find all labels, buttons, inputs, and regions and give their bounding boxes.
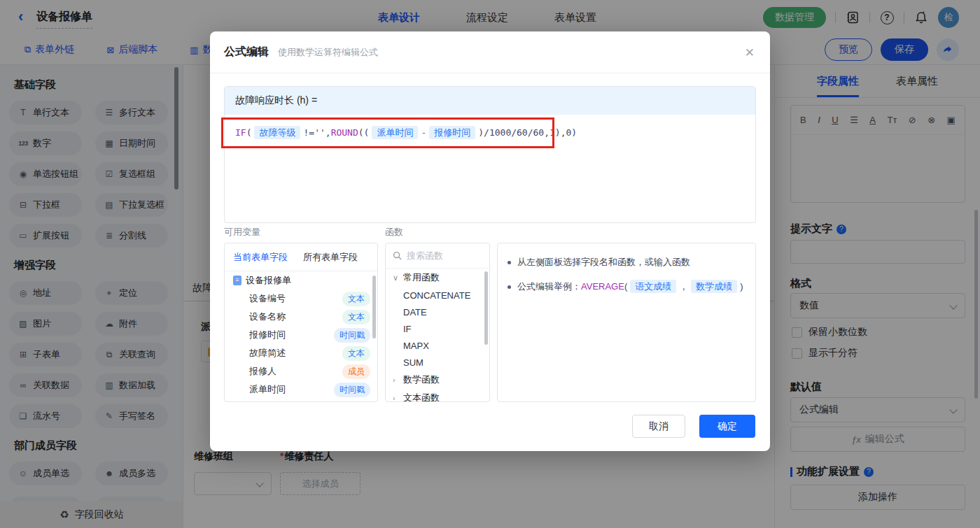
variables-scrollbar[interactable] xyxy=(372,276,376,338)
bullet-icon xyxy=(507,285,511,289)
formula-edit-modal: 公式编辑 使用数学运算符编辑公式 ✕ 故障响应时长 (h) = IF(故障等级!… xyxy=(210,31,770,451)
function-group-文本函数[interactable]: ›文本函数 xyxy=(386,389,489,402)
function-group-name: 数学函数 xyxy=(403,373,440,386)
variable-name: 派单时间 xyxy=(249,383,334,396)
variable-type-badge: 文本 xyxy=(342,346,370,361)
formula-token: )/1000/60/60,1),0) xyxy=(478,127,577,138)
variables-panel: 当前表单字段所有表单字段 ≡设备报修单设备编号文本设备名称文本报修时间时间戳故障… xyxy=(224,243,378,402)
help-example-function: AVERAGE xyxy=(581,281,624,292)
variable-name: 报修时间 xyxy=(249,329,334,341)
modal-subtitle: 使用数学运算符编辑公式 xyxy=(278,46,378,59)
variable-item[interactable]: 派单时间时间戳 xyxy=(225,380,377,399)
formula-help-panel: 从左侧面板选择字段名和函数，或输入函数 公式编辑举例：AVERAGE(语文成绩，… xyxy=(497,243,756,402)
variable-type-badge: 时间戳 xyxy=(334,328,370,343)
variables-tab-当前表单字段[interactable]: 当前表单字段 xyxy=(233,251,288,264)
help-example-paren: ( xyxy=(624,281,627,292)
function-search[interactable]: 搜索函数 xyxy=(386,243,489,269)
functions-label: 函数 xyxy=(385,226,403,238)
function-item-CONCATENATE[interactable]: CONCATENATE xyxy=(386,287,489,304)
chevron-right-icon: › xyxy=(393,394,399,402)
functions-list: ∨常用函数CONCATENATEDATEIFMAPXSUM›数学函数›文本函数 xyxy=(386,269,489,402)
variable-type-badge: 时间戳 xyxy=(334,383,370,397)
formula-token: (( xyxy=(358,127,370,138)
variable-item[interactable]: 报修时间时间戳 xyxy=(225,326,377,344)
functions-scrollbar[interactable] xyxy=(484,271,488,345)
confirm-button[interactable]: 确定 xyxy=(699,415,755,438)
function-group-name: 文本函数 xyxy=(403,392,440,402)
formula-expression[interactable]: IF(故障等级!='',ROUND((派单时间-报修时间)/1000/60/60… xyxy=(225,115,755,151)
formula-field-chip[interactable]: 报修时间 xyxy=(429,126,475,139)
function-group-name: 常用函数 xyxy=(403,271,440,284)
help-example-paren: ) xyxy=(740,281,743,292)
help-example-comma: ， xyxy=(679,281,688,292)
formula-field-chip[interactable]: 派单时间 xyxy=(372,126,418,139)
variable-name: 故障简述 xyxy=(249,347,342,359)
formula-token: IF xyxy=(235,127,246,138)
formula-field-chip[interactable]: 故障等级 xyxy=(254,126,300,139)
function-item-DATE[interactable]: DATE xyxy=(386,304,489,320)
variables-label: 可用变量 xyxy=(224,226,260,238)
variable-name: 设备名称 xyxy=(249,311,342,323)
variable-item[interactable]: 故障简述文本 xyxy=(225,344,377,362)
variable-item[interactable]: 设备名称文本 xyxy=(225,308,377,326)
help-example-prefix: 公式编辑举例： xyxy=(517,281,581,292)
function-item-IF[interactable]: IF xyxy=(386,320,489,337)
modal-title: 公式编辑 xyxy=(224,45,269,59)
variable-type-badge: 成员 xyxy=(342,364,370,379)
formula-target: 故障响应时长 (h) = xyxy=(225,87,755,115)
function-item-MAPX[interactable]: MAPX xyxy=(386,337,489,354)
help-field-chip[interactable]: 语文成绩 xyxy=(630,280,676,293)
variables-root-name: 设备报修单 xyxy=(246,274,370,287)
variable-item[interactable]: 报修人成员 xyxy=(225,362,377,380)
search-icon xyxy=(393,251,402,260)
chevron-down-icon: ∨ xyxy=(393,273,399,283)
formula-token: !='', xyxy=(303,127,330,138)
formula-token: ROUND xyxy=(331,127,358,138)
form-doc-icon: ≡ xyxy=(233,276,241,285)
variables-tabs: 当前表单字段所有表单字段 xyxy=(225,243,377,271)
variables-root: ≡设备报修单 xyxy=(225,271,377,290)
variable-name: 设备编号 xyxy=(249,292,342,305)
function-search-placeholder: 搜索函数 xyxy=(407,250,443,262)
function-item-SUM[interactable]: SUM xyxy=(386,354,489,371)
variable-item[interactable]: 设备编号文本 xyxy=(225,290,377,308)
close-icon[interactable]: ✕ xyxy=(745,45,755,60)
formula-editor[interactable]: 故障响应时长 (h) = IF(故障等级!='',ROUND((派单时间-报修时… xyxy=(224,86,756,223)
help-field-chip[interactable]: 数学成绩 xyxy=(691,280,737,293)
bullet-icon xyxy=(507,261,511,264)
variable-name: 报修人 xyxy=(249,365,342,378)
cancel-button[interactable]: 取消 xyxy=(632,415,685,438)
variable-type-badge: 文本 xyxy=(342,292,370,306)
formula-token: - xyxy=(421,127,426,138)
function-group-数学函数[interactable]: ›数学函数 xyxy=(386,371,489,389)
variables-list: ≡设备报修单设备编号文本设备名称文本报修时间时间戳故障简述文本报修人成员派单时间… xyxy=(225,271,377,399)
functions-panel: 搜索函数 ∨常用函数CONCATENATEDATEIFMAPXSUM›数学函数›… xyxy=(385,243,490,402)
modal-header: 公式编辑 使用数学运算符编辑公式 xyxy=(210,31,770,73)
chevron-right-icon: › xyxy=(393,376,399,384)
formula-token: ( xyxy=(246,127,252,138)
variables-tab-所有表单字段[interactable]: 所有表单字段 xyxy=(303,251,358,264)
function-group-常用函数[interactable]: ∨常用函数 xyxy=(386,269,489,287)
help-line-1: 从左侧面板选择字段名和函数，或输入函数 xyxy=(507,255,746,269)
variable-type-badge: 文本 xyxy=(342,310,370,324)
help-line-2: 公式编辑举例：AVERAGE(语文成绩，数学成绩) xyxy=(507,280,746,294)
